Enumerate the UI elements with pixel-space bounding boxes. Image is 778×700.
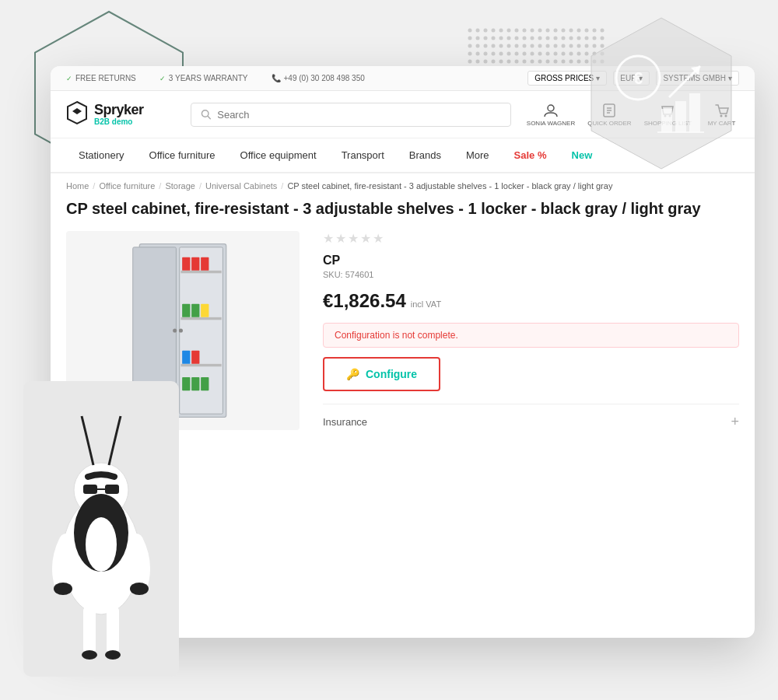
phone-icon: 📞: [272, 74, 281, 82]
svg-point-80: [531, 60, 534, 64]
insurance-label: Insurance: [323, 416, 367, 428]
warranty-item: ✓ 3 YEARS WARRANTY: [159, 74, 248, 82]
product-price: €1,826.54 incl VAT: [323, 290, 739, 312]
product-sku: SKU: 574601: [323, 270, 739, 279]
svg-point-66: [562, 52, 566, 56]
svg-point-2: [484, 29, 488, 33]
svg-rect-417: [191, 377, 199, 390]
breadcrumb-office-furniture[interactable]: Office furniture: [99, 181, 155, 191]
svg-rect-378: [83, 485, 97, 494]
svg-rect-408: [201, 257, 209, 271]
breadcrumb-sep-3: /: [199, 181, 202, 191]
svg-point-9: [538, 29, 542, 33]
svg-point-385: [130, 583, 149, 595]
nav-office-furniture[interactable]: Office furniture: [137, 138, 228, 173]
price-value: €1,826.54: [323, 290, 406, 312]
key-icon: 🔑: [346, 368, 359, 380]
svg-point-8: [531, 29, 534, 33]
svg-rect-222: [661, 109, 672, 132]
svg-point-55: [476, 52, 480, 56]
svg-point-38: [484, 44, 488, 48]
vat-label: incl VAT: [411, 299, 441, 309]
svg-point-0: [468, 29, 472, 33]
logo-area[interactable]: Spryker B2B demo: [66, 100, 175, 128]
configure-button[interactable]: 🔑 Configure: [323, 357, 440, 391]
svg-point-49: [569, 44, 573, 48]
svg-point-41: [507, 44, 511, 48]
svg-rect-223: [675, 101, 686, 132]
product-details: ★ ★ ★ ★ ★ CP SKU: 574601 €1,826.54 incl …: [323, 231, 739, 430]
phone-item: 📞 +49 (0) 30 208 498 350: [272, 74, 365, 82]
logo-text: Spryker B2B demo: [94, 103, 144, 127]
user-account-btn[interactable]: SONIA WAGNER: [527, 103, 575, 127]
insurance-expand-btn[interactable]: +: [731, 414, 739, 430]
svg-point-73: [476, 60, 480, 64]
svg-point-30: [562, 37, 566, 40]
svg-rect-418: [201, 377, 209, 390]
svg-rect-386: [83, 607, 96, 653]
nav-transport[interactable]: Transport: [329, 138, 397, 173]
breadcrumb-universal-cabinets[interactable]: Universal Cabinets: [205, 181, 277, 191]
nav-more[interactable]: More: [454, 138, 502, 173]
search-icon: [201, 109, 211, 120]
svg-rect-412: [201, 304, 209, 317]
star-2: ★: [335, 231, 346, 246]
svg-point-31: [569, 37, 573, 40]
svg-rect-411: [191, 304, 199, 317]
svg-point-64: [546, 52, 550, 56]
svg-point-77: [507, 60, 511, 64]
nav-sale[interactable]: Sale %: [502, 138, 559, 173]
check-icon: ✓: [66, 75, 72, 82]
svg-point-11: [554, 29, 558, 33]
product-stars: ★ ★ ★ ★ ★: [323, 231, 739, 246]
breadcrumb-storage[interactable]: Storage: [165, 181, 195, 191]
svg-rect-379: [105, 485, 119, 494]
svg-line-392: [208, 116, 210, 118]
svg-point-419: [179, 328, 183, 332]
svg-point-19: [476, 37, 480, 40]
svg-point-39: [492, 44, 496, 48]
nav-brands[interactable]: Brands: [397, 138, 454, 173]
svg-rect-410: [182, 304, 190, 317]
svg-rect-387: [107, 607, 119, 653]
svg-point-5: [507, 29, 511, 33]
product-brand: CP: [323, 254, 739, 268]
svg-point-44: [531, 44, 534, 48]
check-icon-2: ✓: [159, 75, 166, 82]
svg-rect-406: [182, 257, 190, 271]
star-5: ★: [373, 231, 384, 246]
svg-point-40: [499, 44, 503, 48]
nav-stationery[interactable]: Stationery: [66, 138, 137, 173]
svg-point-65: [554, 52, 558, 56]
svg-point-43: [523, 44, 527, 48]
nav-office-equipment[interactable]: Office equipment: [228, 138, 329, 173]
svg-point-47: [554, 44, 558, 48]
svg-point-46: [546, 44, 550, 48]
svg-point-22: [499, 37, 503, 40]
search-bar[interactable]: [191, 103, 511, 127]
svg-point-45: [538, 44, 542, 48]
svg-point-420: [173, 328, 177, 332]
svg-text:€: €: [633, 68, 643, 88]
warranty-label: 3 YEARS WARRANTY: [169, 74, 248, 82]
decorative-chart-hex: €: [580, 12, 743, 175]
user-icon: [543, 103, 559, 118]
breadcrumb-home[interactable]: Home: [66, 181, 89, 191]
svg-point-78: [515, 60, 519, 64]
search-input[interactable]: [217, 109, 501, 121]
svg-point-21: [492, 37, 496, 40]
b2b-demo-label: B2B demo: [94, 117, 144, 126]
svg-point-13: [569, 29, 573, 33]
spryker-logo-icon: [66, 100, 88, 128]
svg-point-24: [515, 37, 519, 40]
breadcrumb: Home / Office furniture / Storage / Univ…: [51, 173, 755, 198]
configure-btn-label: Configure: [366, 368, 417, 380]
svg-point-3: [492, 29, 496, 33]
svg-point-72: [468, 60, 472, 64]
insurance-section: Insurance +: [323, 404, 739, 430]
svg-point-393: [548, 105, 554, 111]
svg-rect-407: [191, 257, 199, 271]
svg-point-60: [515, 52, 519, 56]
svg-point-42: [515, 44, 519, 48]
star-4: ★: [360, 231, 371, 246]
